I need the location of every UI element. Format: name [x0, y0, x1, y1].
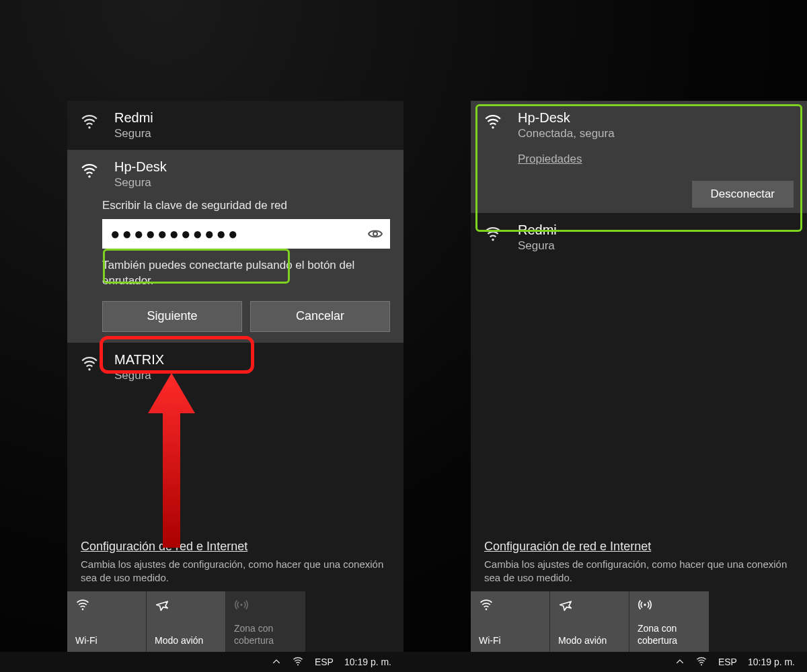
tray-wifi-icon[interactable]: [695, 656, 707, 668]
network-item-redmi[interactable]: Redmi Segura: [471, 213, 807, 262]
connect-form: Escribir la clave de seguridad de red Ta…: [67, 199, 404, 343]
quick-tiles: Wi-Fi Modo avión Zona con cobertura: [67, 591, 404, 652]
network-name: Hp-Desk: [114, 159, 390, 175]
taskbar: ESP 10:19 p. m.: [404, 652, 807, 672]
network-settings-link[interactable]: Configuración de red e Internet: [484, 540, 651, 554]
tile-wifi[interactable]: Wi-Fi: [67, 591, 147, 652]
quick-tiles: Wi-Fi Modo avión Zona con cobertura: [471, 591, 807, 652]
network-status: Segura: [114, 369, 390, 382]
tile-label: Modo avión: [558, 635, 621, 647]
flyout-footer: Configuración de red e Internet Cambia l…: [471, 529, 807, 592]
network-item-matrix[interactable]: MATRIX Segura: [67, 343, 404, 392]
network-name: Redmi: [518, 222, 794, 238]
tray-wifi-icon[interactable]: [292, 656, 304, 668]
network-status: Segura: [518, 239, 794, 253]
tile-label: Wi-Fi: [479, 635, 541, 647]
network-name: MATRIX: [114, 352, 390, 368]
network-item-hpdesk[interactable]: Hp-Desk Segura: [67, 150, 404, 199]
tray-clock[interactable]: 10:19 p. m.: [344, 657, 391, 667]
tray-clock[interactable]: 10:19 p. m.: [748, 657, 795, 667]
tile-label: Zona con cobertura: [638, 623, 701, 646]
tray-language[interactable]: ESP: [718, 657, 737, 667]
network-item-hpdesk-connected[interactable]: Hp-Desk Conectada, segura Propiedades De…: [471, 101, 807, 213]
screenshot-right: Hp-Desk Conectada, segura Propiedades De…: [404, 0, 807, 672]
taskbar: ESP 10:19 p. m.: [0, 652, 404, 672]
password-input[interactable]: [102, 219, 390, 249]
network-flyout: Redmi Segura Hp-Desk Segura Escribir la …: [67, 101, 404, 652]
network-status: Conectada, segura: [518, 127, 794, 140]
show-password-icon[interactable]: [367, 226, 383, 242]
tile-hotspot[interactable]: Zona con cobertura: [226, 591, 305, 652]
tile-airplane[interactable]: Modo avión: [147, 591, 226, 652]
tray-overflow-icon[interactable]: [675, 657, 685, 667]
password-prompt: Escribir la clave de seguridad de red: [102, 199, 390, 212]
wifi-icon: [483, 222, 506, 243]
wifi-icon: [483, 110, 506, 130]
network-name: Hp-Desk: [518, 110, 794, 126]
network-status: Segura: [114, 127, 390, 140]
network-settings-desc: Cambia los ajustes de configuración, com…: [81, 558, 390, 585]
tile-label: Modo avión: [155, 635, 217, 647]
network-name: Redmi: [114, 110, 390, 126]
tile-airplane[interactable]: Modo avión: [550, 591, 629, 652]
network-item-redmi[interactable]: Redmi Segura: [67, 101, 404, 150]
wifi-icon: [79, 159, 102, 179]
network-settings-link[interactable]: Configuración de red e Internet: [81, 540, 247, 554]
flyout-footer: Configuración de red e Internet Cambia l…: [67, 529, 404, 592]
tile-label: Wi-Fi: [75, 635, 138, 647]
wifi-icon: [79, 110, 102, 130]
screenshot-left: Redmi Segura Hp-Desk Segura Escribir la …: [0, 0, 404, 672]
tile-wifi[interactable]: Wi-Fi: [471, 591, 550, 652]
tile-label: Zona con cobertura: [234, 623, 297, 646]
wps-hint: También puedes conectarte pulsando el bo…: [102, 258, 390, 289]
properties-link[interactable]: Propiedades: [518, 153, 582, 166]
next-button[interactable]: Siguiente: [102, 301, 242, 332]
tray-overflow-icon[interactable]: [272, 657, 281, 667]
tile-hotspot[interactable]: Zona con cobertura: [629, 591, 709, 652]
disconnect-button[interactable]: Desconectar: [692, 181, 794, 208]
network-settings-desc: Cambia los ajustes de configuración, com…: [484, 558, 794, 585]
tray-language[interactable]: ESP: [315, 657, 334, 667]
network-status: Segura: [114, 176, 390, 190]
network-flyout: Hp-Desk Conectada, segura Propiedades De…: [471, 101, 807, 652]
cancel-button[interactable]: Cancelar: [250, 301, 390, 332]
wifi-icon: [79, 352, 102, 372]
